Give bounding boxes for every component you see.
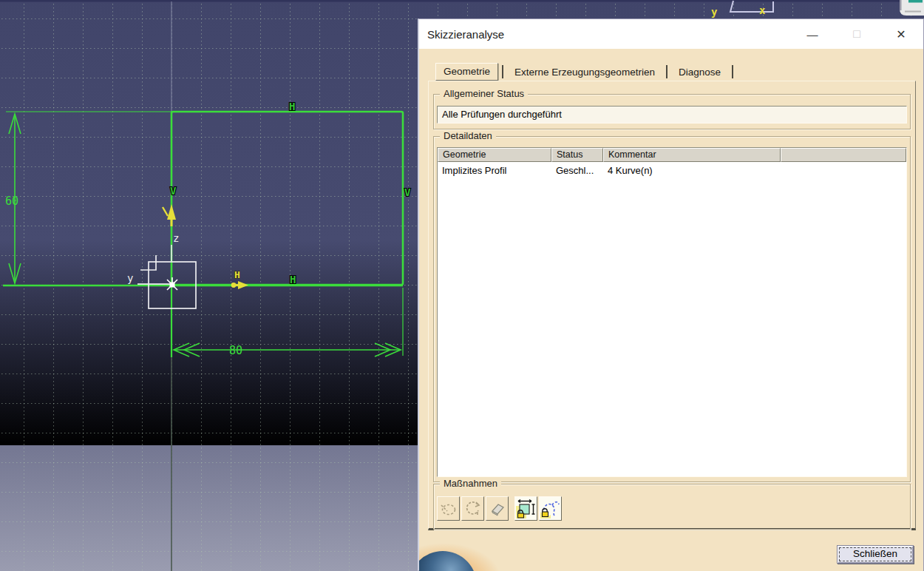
general-status-group: Allgemeiner Status Alle Prüfungen durchg…: [433, 94, 911, 129]
canvas-top-edge: [0, 0, 924, 2]
table-row[interactable]: Implizites Profil Geschl... 4 Kurve(n): [438, 162, 906, 178]
dialog-title: Skizzieranalyse: [419, 28, 790, 41]
general-status-field: Alle Prüfungen durchgeführt: [437, 106, 907, 124]
detail-list[interactable]: Geometrie Status Kommentar Implizites Pr…: [437, 147, 907, 477]
partial-toolbar-icon: [900, 0, 924, 16]
hide-constraints-button[interactable]: [514, 496, 537, 521]
column-header-status[interactable]: Status: [551, 148, 603, 162]
detail-data-group: Detaildaten Geometrie Status Kommentar I…: [433, 136, 911, 482]
close-window-button[interactable]: ✕: [879, 19, 923, 49]
schliessen-button[interactable]: Schließen: [837, 545, 914, 564]
compass-y-label: y: [711, 6, 718, 18]
dim-width-label[interactable]: 80: [229, 344, 242, 357]
tab-diagnose[interactable]: Diagnose: [671, 64, 728, 81]
column-header-kommentar[interactable]: Kommentar: [603, 148, 781, 162]
h-axis-label: H: [234, 269, 240, 280]
column-header-empty: [781, 148, 906, 162]
eraser-icon: [488, 499, 507, 518]
constraint-h-top[interactable]: H: [289, 101, 295, 112]
actions-title: Maßnahmen: [440, 478, 501, 490]
tab-page-geometrie: Allgemeiner Status Alle Prüfungen durchg…: [428, 81, 916, 530]
dim-height-label[interactable]: 60: [5, 195, 18, 208]
close-profile-button[interactable]: [461, 496, 484, 521]
minimize-button[interactable]: —: [790, 19, 835, 49]
actions-group: Maßnahmen: [433, 484, 911, 530]
general-status-title: Allgemeiner Status: [440, 88, 528, 100]
cell-geometrie: Implizites Profil: [438, 165, 551, 176]
compass-x-label: x: [759, 4, 766, 16]
schliessen-button-label: Schließen: [839, 547, 911, 561]
hide-constraints-icon: [516, 499, 536, 518]
y-axis-label: y: [127, 272, 133, 284]
sketch-analysis-dialog: Skizzieranalyse — □ ✕ Geometrie Externe …: [418, 18, 924, 571]
dialog-tabs: Geometrie Externe Erzeugungsgeometrien D…: [435, 64, 737, 81]
constraint-v-left[interactable]: V: [170, 185, 177, 197]
column-header-geometrie[interactable]: Geometrie: [438, 148, 551, 162]
actions-toolbar: [437, 496, 563, 521]
dialog-titlebar[interactable]: Skizzieranalyse — □ ✕: [419, 19, 923, 49]
tab-geometrie[interactable]: Geometrie: [435, 63, 498, 81]
construction-element-button[interactable]: [437, 496, 460, 521]
close-profile-icon: [463, 499, 483, 518]
maximize-button[interactable]: □: [835, 19, 879, 49]
z-axis-label: z: [173, 232, 179, 244]
tab-separator: [502, 65, 503, 78]
hide-construction-geometry-icon: [540, 499, 560, 518]
tab-separator: [666, 65, 667, 78]
hide-construction-geometry-button[interactable]: [539, 496, 562, 521]
detail-list-header: Geometrie Status Kommentar: [438, 148, 906, 162]
tab-externe-erzeugungsgeometrien[interactable]: Externe Erzeugungsgeometrien: [507, 64, 662, 81]
detail-data-title: Detaildaten: [440, 130, 496, 142]
construction-element-icon: [439, 499, 458, 518]
constraint-h-bottom[interactable]: H: [290, 274, 296, 286]
dialog-footer: Schließen: [419, 530, 923, 571]
constraint-v-right[interactable]: V: [404, 186, 411, 198]
erase-geometry-button[interactable]: [486, 496, 509, 521]
tab-separator: [732, 65, 733, 78]
cell-kommentar: 4 Kurve(n): [603, 165, 781, 176]
cell-status: Geschl...: [551, 165, 603, 176]
